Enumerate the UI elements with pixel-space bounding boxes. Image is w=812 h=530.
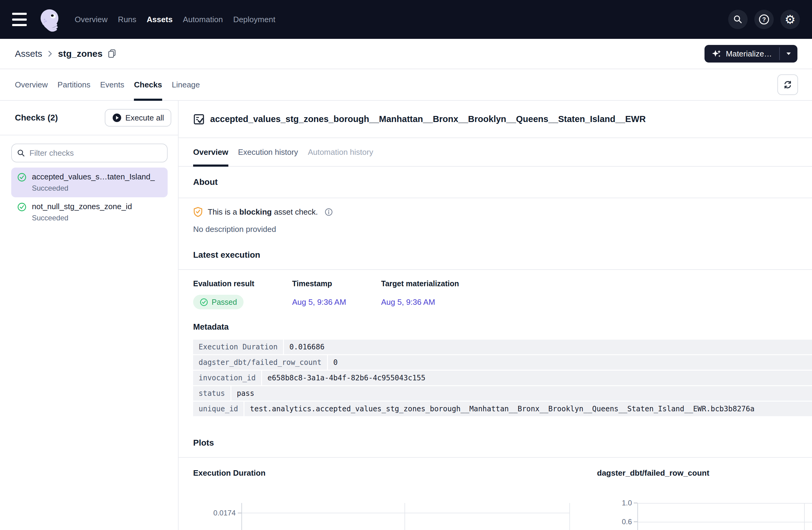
about-heading: About [178, 167, 812, 198]
metadata-heading: Metadata [178, 322, 812, 332]
sparkle-icon [712, 49, 722, 59]
no-description-text: No description provided [193, 224, 812, 234]
metadata-value: 0 [328, 355, 812, 370]
nav-automation[interactable]: Automation [183, 15, 223, 24]
table-row: dagster_dbt/failed_row_count 0 [193, 355, 812, 370]
caret-down-icon [786, 52, 791, 56]
check-detail-panel: accepted_values_stg_zones_borough__Manha… [178, 101, 812, 530]
check-list-item[interactable]: accepted_values_s…taten_Island_ Succeede… [11, 167, 168, 197]
shield-check-icon [193, 207, 203, 217]
col-timestamp: Timestamp [292, 279, 381, 288]
passed-check-icon [200, 298, 208, 306]
settings-button[interactable]: ⚙ [780, 10, 800, 29]
refresh-button[interactable] [778, 74, 798, 95]
check-status: Succeeded [32, 214, 132, 222]
check-title: accepted_values_stg_zones_borough__Manha… [210, 114, 646, 124]
table-row: unique_id test.analytics.accepted_values… [193, 402, 812, 416]
tab-checks[interactable]: Checks [134, 69, 162, 100]
breadcrumb-assets-link[interactable]: Assets [15, 48, 42, 59]
metadata-key: status [193, 386, 231, 401]
materialize-label: Materialize… [726, 49, 772, 59]
nav-deployment[interactable]: Deployment [233, 15, 275, 24]
play-circle-icon [112, 113, 122, 123]
metadata-key: unique_id [193, 402, 244, 416]
execution-duration-chart: Execution Duration 0.0174 [193, 465, 570, 530]
table-row: invocation_id e658b8c8-3a1a-4b4f-82b6-4c… [193, 371, 812, 385]
materialize-dropdown-button[interactable] [780, 45, 797, 62]
filter-search-icon [17, 149, 25, 157]
refresh-icon [783, 79, 793, 90]
col-target-materialization: Target materialization [381, 279, 459, 288]
chart-title: Execution Duration [193, 468, 570, 478]
breadcrumb-row: Assets stg_zones Materialize… [0, 39, 812, 69]
y-tick-label: 0.6 [597, 518, 632, 526]
metadata-value: e658b8c8-3a1a-4b4f-82b6-4c955043c155 [262, 371, 812, 385]
tab-partitions[interactable]: Partitions [57, 69, 90, 100]
check-name: not_null_stg_zones_zone_id [32, 201, 132, 211]
asset-tabs: Overview Partitions Events Checks Lineag… [0, 69, 812, 101]
help-icon: ? [758, 13, 770, 26]
chart-title: dagster_dbt/failed_row_count [597, 468, 812, 478]
check-name: accepted_values_s…taten_Island_ [32, 172, 155, 182]
table-row: Execution Duration 0.016686 [193, 340, 812, 354]
y-tick-label: 1.0 [597, 499, 632, 507]
check-success-icon [17, 173, 26, 182]
table-row: status pass [193, 386, 812, 401]
metadata-key: Execution Duration [193, 340, 283, 354]
nav-assets[interactable]: Assets [147, 15, 173, 24]
page-title: stg_zones [58, 48, 103, 59]
nav-runs[interactable]: Runs [118, 15, 136, 24]
check-status: Succeeded [32, 183, 155, 193]
checklist-icon [193, 114, 205, 125]
target-materialization-link[interactable]: Aug 5, 9:36 AM [381, 297, 459, 307]
materialize-split-button: Materialize… [705, 45, 797, 62]
search-icon [733, 14, 743, 25]
failed-row-count-chart: dagster_dbt/failed_row_count 1.0 0.6 [597, 465, 812, 530]
metadata-key: dagster_dbt/failed_row_count [193, 355, 327, 370]
tab-events[interactable]: Events [100, 69, 125, 100]
col-evaluation-result: Evaluation result [193, 279, 292, 288]
checks-count-heading: Checks (2) [15, 113, 58, 123]
materialize-button[interactable]: Materialize… [705, 45, 779, 62]
metadata-table: Execution Duration 0.016686 dagster_dbt/… [193, 340, 812, 416]
hamburger-menu-icon[interactable] [12, 13, 29, 26]
tab-check-overview[interactable]: Overview [193, 138, 228, 166]
tab-overview[interactable]: Overview [15, 69, 48, 100]
execute-all-button[interactable]: Execute all [105, 109, 171, 127]
chevron-right-icon [47, 49, 53, 58]
search-button[interactable] [728, 10, 748, 29]
copy-icon[interactable] [107, 49, 117, 59]
nav-overview[interactable]: Overview [75, 15, 107, 24]
svg-text:?: ? [762, 16, 766, 23]
blocking-text: This is a blocking asset check. [208, 207, 318, 217]
check-list-item[interactable]: not_null_stg_zones_zone_id Succeeded [11, 197, 168, 227]
primary-nav: Overview Runs Assets Automation Deployme… [75, 15, 275, 24]
help-button[interactable]: ? [754, 10, 774, 29]
filter-checks-input[interactable] [11, 144, 168, 162]
gear-icon: ⚙ [785, 13, 796, 26]
passed-badge: Passed [193, 295, 244, 309]
check-detail-tabs: Overview Execution history Automation hi… [178, 138, 812, 167]
metadata-key: invocation_id [193, 371, 261, 385]
tab-execution-history[interactable]: Execution history [238, 138, 298, 166]
latest-execution-heading: Latest execution [178, 234, 812, 269]
y-tick-label: 0.0174 [193, 509, 236, 517]
checks-sidebar: Checks (2) Execute all [0, 101, 178, 530]
plots-heading: Plots [178, 417, 812, 458]
tab-automation-history: Automation history [308, 138, 373, 166]
metadata-value: test.analytics.accepted_values_stg_zones… [244, 402, 812, 416]
info-icon[interactable] [324, 208, 333, 216]
check-success-icon [17, 203, 26, 211]
metadata-value: pass [231, 386, 812, 401]
tab-lineage[interactable]: Lineage [172, 69, 200, 100]
metadata-value: 0.016686 [284, 340, 812, 354]
timestamp-link[interactable]: Aug 5, 9:36 AM [292, 297, 381, 307]
dagster-logo[interactable] [37, 6, 62, 32]
top-navbar: Overview Runs Assets Automation Deployme… [0, 0, 812, 39]
